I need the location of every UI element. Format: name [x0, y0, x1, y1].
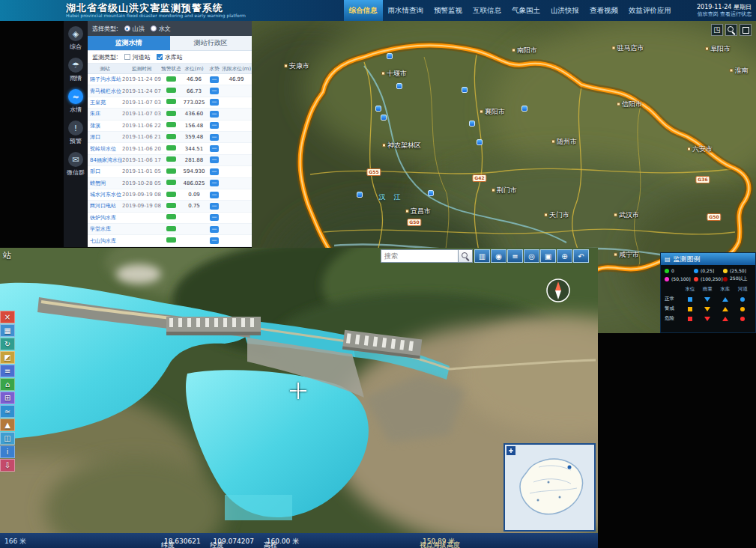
- water-station-marker-icon[interactable]: [477, 139, 483, 145]
- city-label: 驻马店市: [612, 43, 644, 53]
- compass-icon[interactable]: [545, 278, 571, 303]
- tab-monitor-water[interactable]: 监测水情: [88, 36, 170, 50]
- refresh-icon[interactable]: ↻: [0, 338, 15, 350]
- range-dot-icon: [665, 269, 669, 273]
- monitor-time: 2019-11-06 20: [122, 146, 161, 152]
- flood-analysis-icon[interactable]: ≈: [0, 405, 15, 418]
- terrain-icon[interactable]: ▲: [0, 418, 15, 431]
- nav-item-2[interactable]: 雨水情查询: [383, 0, 429, 21]
- water-station-marker-icon[interactable]: [381, 115, 387, 121]
- table-row[interactable]: 蒲溪2019-11-06 22156.48—: [88, 121, 252, 132]
- fullscreen-icon[interactable]: [740, 24, 752, 36]
- radio-hydrology[interactable]: 水文: [151, 25, 171, 33]
- nav-item-6[interactable]: 山洪快报: [545, 0, 584, 21]
- checkbox-river-station[interactable]: 河道站: [124, 53, 151, 61]
- table-row[interactable]: 潭口2019-11-06 21359.48—: [88, 132, 252, 143]
- search-button[interactable]: [459, 249, 473, 263]
- nav-item-7[interactable]: 查看视频: [584, 0, 623, 21]
- water-station-marker-icon[interactable]: [462, 87, 468, 93]
- nav-item-3[interactable]: 预警监视: [429, 0, 468, 21]
- monitor-time: 2019-11-01 05: [122, 168, 161, 174]
- water-station-marker-icon[interactable]: [521, 106, 527, 112]
- header-duty-status[interactable]: 值班查岗 查看运行状态: [680, 11, 752, 18]
- view-3d-icon[interactable]: ◳: [711, 24, 723, 36]
- table-row[interactable]: 驼岭坝水位2019-11-06 20344.51—: [88, 143, 252, 154]
- home-view-icon[interactable]: ⌂: [0, 378, 15, 391]
- city-name: 天门市: [549, 210, 569, 220]
- city-label: 神农架林区: [382, 141, 421, 150]
- tab-station-region[interactable]: 测站行政区: [170, 36, 252, 50]
- table-row[interactable]: 铁炉沟水库—: [88, 213, 252, 224]
- table-row[interactable]: 七山沟水库—: [88, 235, 252, 246]
- globe-icon[interactable]: ⊕: [557, 249, 572, 263]
- viewer-toolbar-top: ▥◉≡◎▣⊕↶: [474, 249, 589, 263]
- table-row[interactable]: 隔子沟水库站2019-11-24 0946.96—46.99: [88, 74, 252, 85]
- trend-steady-icon: —: [210, 99, 219, 106]
- table-row[interactable]: 螃蟹闸2019-10-28 05486.025—: [88, 178, 252, 189]
- sidebar-item-label: 综合: [70, 43, 82, 51]
- water-station-marker-icon[interactable]: [357, 192, 363, 198]
- sidebar-item-label: 预警: [70, 137, 82, 145]
- table-row[interactable]: 城水河东水位2019-09-19 080.09—: [88, 189, 252, 201]
- sidebar-item-2[interactable]: ☂雨情: [68, 58, 83, 82]
- image-icon[interactable]: ▣: [540, 249, 556, 263]
- export-icon[interactable]: ⇩: [0, 459, 15, 472]
- nav-item-4[interactable]: 互联信息: [468, 0, 506, 21]
- status-cell: [161, 134, 181, 141]
- select-region-icon[interactable]: ◩: [0, 351, 15, 364]
- table-row[interactable]: 学堂水库—: [88, 224, 252, 235]
- zoom-icon[interactable]: [725, 24, 737, 36]
- sidebar-item-5[interactable]: ✉微信群: [67, 152, 85, 177]
- legend-tu-triangle-icon: [722, 317, 728, 321]
- water-data-panel: 选择类型: 山洪 水文 监测水情 测站行政区 监测类型: 河道站 水库站: [88, 21, 252, 247]
- table-row[interactable]: 王皇苑2019-11-07 03773.025—: [88, 97, 252, 109]
- layers-icon[interactable]: ≡: [0, 365, 15, 377]
- sidebar-item-1[interactable]: ◈综合: [68, 26, 83, 51]
- nav-item-5[interactable]: 气象国土: [506, 0, 545, 21]
- nav-item-8[interactable]: 效益评价应用: [623, 0, 677, 21]
- overview-inset-map[interactable]: [504, 443, 596, 532]
- close-icon[interactable]: ×: [0, 311, 15, 323]
- viewer-status-bar: 166 米 纬度18.630621 经度109.074207 高程160.00 …: [0, 533, 598, 548]
- table-row[interactable]: 两河口电站2019-09-19 080.75—: [88, 201, 252, 212]
- table-row[interactable]: 朱庄2019-11-07 03436.60—: [88, 109, 252, 120]
- legend-range: (25,50]: [723, 268, 752, 273]
- split-screen-icon[interactable]: ◫: [0, 432, 15, 445]
- eye-icon[interactable]: ◎: [524, 249, 539, 263]
- table-row[interactable]: 青马横栏水位2019-11-24 0766.73—: [88, 85, 252, 97]
- measure-icon[interactable]: ▥: [474, 249, 490, 263]
- water-station-marker-icon[interactable]: [428, 190, 434, 196]
- range-dot-icon: [723, 277, 728, 281]
- monitor-time: 2019-09-19 08: [122, 192, 161, 198]
- sidebar-item-4[interactable]: !预警: [68, 121, 83, 145]
- grid-icon[interactable]: ⊞: [0, 392, 15, 404]
- status-badge: [166, 134, 176, 139]
- basemap-icon[interactable]: ▦: [0, 324, 15, 337]
- nav-item-1[interactable]: 综合信息: [344, 0, 383, 21]
- status-cell: [161, 122, 181, 129]
- legend-titlebar[interactable]: ▤ 监测图例: [661, 253, 755, 265]
- sidebar-item-3[interactable]: ≈水情: [68, 89, 83, 114]
- hainan-inset-map: [505, 445, 594, 530]
- table-row[interactable]: 84姚家湾水位2019-11-06 17281.88—: [88, 155, 252, 166]
- camera-icon[interactable]: ◉: [491, 249, 506, 263]
- radio-mountain-flood[interactable]: 山洪: [124, 25, 145, 33]
- city-marker-icon: [551, 140, 555, 144]
- back-icon[interactable]: ↶: [573, 249, 589, 263]
- list-icon[interactable]: ≡: [507, 249, 523, 263]
- water-station-marker-icon[interactable]: [387, 53, 393, 59]
- monitor-time: 2019-11-07 03: [122, 100, 161, 106]
- city-marker-icon: [705, 47, 709, 51]
- checkbox-reservoir-station[interactable]: 水库站: [157, 53, 183, 61]
- table-row[interactable]: 邵口2019-11-01 05594.930—: [88, 166, 252, 177]
- search-input[interactable]: [381, 249, 459, 263]
- city-name: 神农架林区: [387, 141, 421, 150]
- water-station-marker-icon[interactable]: [469, 121, 475, 127]
- legend-td-triangle-icon: [704, 317, 710, 321]
- water-station-marker-icon[interactable]: [396, 83, 402, 89]
- legend-type-header: 水库: [720, 286, 730, 293]
- legend-sq-icon: [688, 297, 692, 302]
- info-icon[interactable]: i: [0, 445, 15, 458]
- water-station-marker-icon[interactable]: [375, 106, 381, 112]
- status-cell: [161, 214, 181, 221]
